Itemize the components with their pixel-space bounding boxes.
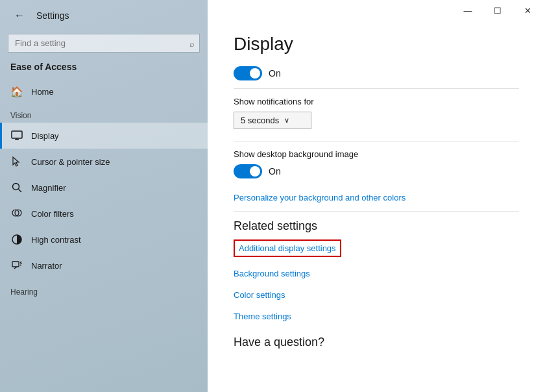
related-settings-heading: Related settings: [234, 219, 519, 233]
home-icon: 🏠: [10, 85, 23, 98]
minimize-button[interactable]: —: [453, 0, 483, 21]
seconds-dropdown[interactable]: 5 seconds ∨: [234, 112, 311, 129]
divider2: [234, 141, 519, 141]
background-settings-wrapper: Background settings: [234, 267, 519, 284]
have-question-heading: Have a question?: [234, 336, 519, 349]
titlebar: — ☐ ✕: [208, 0, 545, 21]
hearing-label: Hearing: [0, 278, 208, 299]
desktop-bg-section: Show desktop background image On: [234, 149, 519, 178]
svg-line-12: [20, 263, 22, 264]
sidebar-item-color-filters[interactable]: Color filters: [0, 201, 208, 227]
desktop-toggle-knob: [250, 166, 260, 177]
sidebar-item-cursor-label: Cursor & pointer size: [31, 157, 110, 167]
sidebar-item-home-label: Home: [31, 87, 54, 97]
maximize-button[interactable]: ☐: [483, 0, 513, 21]
svg-line-4: [19, 190, 22, 193]
display-toggle[interactable]: [234, 66, 262, 80]
page-title: Display: [234, 34, 519, 55]
sidebar-item-narrator-label: Narrator: [31, 261, 62, 271]
search-box[interactable]: ⌕: [8, 34, 200, 53]
chevron-down-icon: ∨: [284, 116, 289, 125]
sidebar-item-narrator[interactable]: Narrator: [0, 252, 208, 278]
desktop-toggle-row: On: [234, 164, 519, 178]
sidebar: ← Settings ⌕ Ease of Access 🏠 Home Visio…: [0, 0, 208, 392]
content-area: Display On Show notifications for 5 seco…: [208, 21, 545, 392]
magnifier-icon: [10, 181, 23, 194]
color-filters-icon: [10, 207, 23, 220]
sidebar-item-high-contrast-label: High contrast: [31, 235, 81, 245]
personalize-link[interactable]: Personalize your background and other co…: [234, 193, 406, 202]
sidebar-item-cursor[interactable]: Cursor & pointer size: [0, 149, 208, 175]
svg-rect-8: [12, 262, 19, 267]
display-icon: [10, 129, 23, 142]
vision-section-label: Vision: [0, 104, 208, 123]
sidebar-item-display[interactable]: Display: [0, 123, 208, 149]
sidebar-item-magnifier[interactable]: Magnifier: [0, 175, 208, 201]
sidebar-item-display-label: Display: [31, 131, 59, 141]
toggle-knob: [250, 68, 260, 79]
divider1: [234, 88, 519, 89]
svg-line-10: [20, 262, 21, 263]
search-input[interactable]: [8, 34, 200, 53]
divider3: [234, 211, 519, 212]
display-toggle-row: On: [234, 66, 519, 80]
additional-display-link[interactable]: Additional display settings: [234, 239, 341, 257]
settings-title: Settings: [36, 10, 69, 21]
sidebar-item-high-contrast[interactable]: High contrast: [0, 227, 208, 252]
display-toggle-label: On: [269, 68, 281, 79]
background-settings-link[interactable]: Background settings: [234, 269, 310, 278]
ease-of-access-label: Ease of Access: [0, 58, 208, 79]
color-settings-wrapper: Color settings: [234, 289, 519, 305]
close-button[interactable]: ✕: [513, 0, 542, 21]
svg-rect-0: [12, 131, 22, 138]
sidebar-item-color-filters-label: Color filters: [31, 209, 74, 219]
main-content: — ☐ ✕ Display On Show notifications for …: [208, 0, 545, 392]
sidebar-item-home[interactable]: 🏠 Home: [0, 79, 208, 104]
dropdown-value: 5 seconds: [241, 116, 279, 125]
theme-settings-link[interactable]: Theme settings: [234, 312, 291, 321]
sidebar-item-magnifier-label: Magnifier: [31, 183, 66, 193]
notifications-section: Show notifications for 5 seconds ∨: [234, 97, 519, 129]
show-notifications-label: Show notifications for: [234, 97, 519, 106]
narrator-icon: [10, 259, 23, 272]
desktop-bg-toggle[interactable]: [234, 164, 262, 178]
theme-settings-wrapper: Theme settings: [234, 310, 519, 326]
show-desktop-label: Show desktop background image: [234, 149, 519, 159]
color-settings-link[interactable]: Color settings: [234, 290, 285, 300]
desktop-toggle-label: On: [269, 166, 281, 177]
search-icon: ⌕: [189, 38, 195, 48]
cursor-icon: [10, 155, 23, 168]
high-contrast-icon: [10, 233, 23, 246]
back-button[interactable]: ←: [10, 6, 29, 25]
additional-display-link-wrapper: Additional display settings: [234, 239, 519, 262]
sidebar-header: ← Settings: [0, 0, 208, 31]
svg-point-3: [13, 184, 19, 190]
